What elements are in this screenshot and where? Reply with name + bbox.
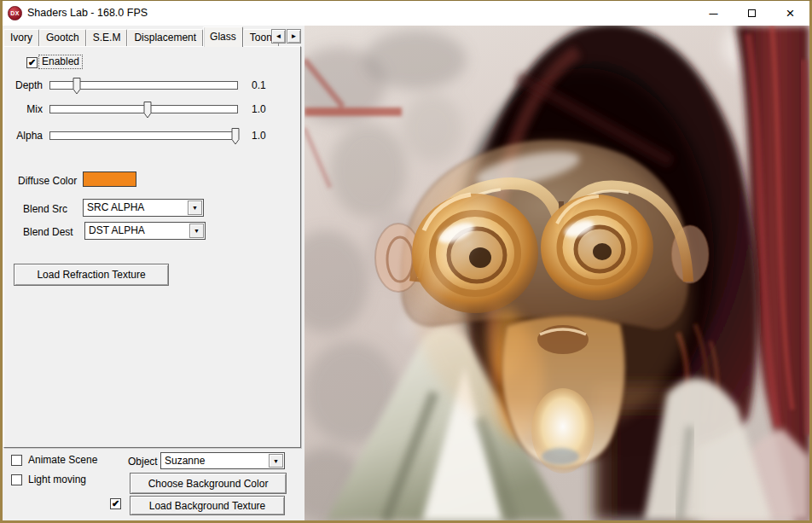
object-label: Object bbox=[128, 456, 158, 468]
blend-dest-dropdown-arrow-icon[interactable]: ▼ bbox=[189, 224, 204, 238]
blend-dest-dropdown[interactable]: DST ALPHA ▼ bbox=[84, 222, 206, 240]
depth-slider[interactable] bbox=[49, 81, 238, 90]
window-title: Shaders Lab - 168.0 FPS bbox=[27, 1, 148, 26]
render-scene bbox=[304, 26, 809, 520]
tab-strip: Ivory Gootch S.E.M Displacement Glass To… bbox=[3, 26, 279, 46]
maximize-icon bbox=[748, 9, 756, 17]
right-eye bbox=[541, 195, 653, 300]
tab-scroll-right-icon: ► bbox=[291, 32, 298, 40]
load-background-texture-button[interactable]: Load Background Texture bbox=[130, 496, 285, 515]
minimize-button[interactable]: ─ bbox=[694, 1, 733, 26]
object-value: Suzanne bbox=[165, 455, 205, 467]
close-button[interactable]: × bbox=[771, 1, 809, 26]
blend-src-label: Blend Src bbox=[23, 203, 67, 215]
tab-sem[interactable]: S.E.M bbox=[86, 29, 128, 46]
light-moving-label: Light moving bbox=[28, 474, 86, 485]
object-dropdown[interactable]: Suzanne ▼ bbox=[160, 452, 285, 469]
blend-src-dropdown-arrow-icon[interactable]: ▼ bbox=[188, 200, 202, 215]
depth-slider-thumb[interactable] bbox=[72, 78, 81, 95]
choose-background-color-label: Choose Background Color bbox=[148, 478, 269, 490]
glass-tab-page: ✔ Enabled Depth 0.1 Mix bbox=[3, 46, 301, 448]
tab-scroll-left-icon: ◄ bbox=[276, 32, 282, 40]
load-refraction-texture-button[interactable]: Load Refraction Texture bbox=[14, 264, 169, 286]
app-window: DX Shaders Lab - 168.0 FPS ─ × Ivory Goo… bbox=[0, 0, 812, 523]
tab-scroll-right-button[interactable]: ► bbox=[287, 29, 301, 44]
object-dropdown-arrow-icon[interactable]: ▼ bbox=[269, 454, 283, 468]
control-panel: Ivory Gootch S.E.M Displacement Glass To… bbox=[3, 26, 304, 520]
blend-src-dropdown[interactable]: SRC ALPHA ▼ bbox=[83, 199, 204, 217]
tab-gootch[interactable]: Gootch bbox=[39, 29, 86, 46]
mix-slider-thumb[interactable] bbox=[142, 102, 152, 119]
tab-displacement[interactable]: Displacement bbox=[127, 29, 203, 46]
maximize-button[interactable] bbox=[733, 1, 771, 26]
render-viewport[interactable] bbox=[304, 26, 809, 520]
load-refraction-texture-label: Load Refraction Texture bbox=[37, 269, 145, 281]
mix-value: 1.0 bbox=[252, 103, 266, 115]
blend-dest-label: Blend Dest bbox=[23, 226, 73, 238]
enabled-label: Enabled bbox=[39, 55, 82, 68]
mix-slider-row: Mix 1.0 bbox=[4, 101, 300, 119]
load-background-texture-checkbox[interactable]: ✔ bbox=[110, 498, 121, 509]
alpha-label: Alpha bbox=[4, 130, 43, 142]
check-icon: ✔ bbox=[112, 498, 119, 508]
light-moving-checkbox[interactable] bbox=[11, 474, 22, 485]
tab-ivory[interactable]: Ivory bbox=[3, 29, 39, 46]
minimize-icon: ─ bbox=[710, 7, 718, 20]
depth-slider-row: Depth 0.1 bbox=[4, 77, 300, 96]
blend-dest-value: DST ALPHA bbox=[89, 224, 145, 236]
choose-background-color-button[interactable]: Choose Background Color bbox=[130, 473, 287, 494]
alpha-slider[interactable] bbox=[49, 131, 238, 140]
animate-scene-label: Animate Scene bbox=[28, 454, 97, 466]
mix-slider[interactable] bbox=[49, 105, 238, 113]
diffuse-color-swatch[interactable] bbox=[83, 171, 136, 187]
alpha-slider-row: Alpha 1.0 bbox=[4, 127, 300, 146]
load-background-texture-label: Load Background Texture bbox=[149, 500, 266, 512]
title-bar[interactable]: DX Shaders Lab - 168.0 FPS ─ × bbox=[3, 1, 809, 26]
check-icon: ✔ bbox=[28, 57, 36, 67]
app-logo-icon: DX bbox=[8, 6, 22, 20]
diffuse-color-label: Diffuse Color bbox=[18, 175, 77, 187]
blend-src-value: SRC ALPHA bbox=[87, 201, 144, 213]
tab-scroll-left-button[interactable]: ◄ bbox=[271, 29, 286, 44]
alpha-value: 1.0 bbox=[252, 130, 266, 142]
enabled-checkbox[interactable]: ✔ bbox=[26, 57, 38, 68]
depth-label: Depth bbox=[4, 79, 43, 91]
alpha-slider-thumb[interactable] bbox=[230, 128, 240, 145]
mix-label: Mix bbox=[4, 103, 43, 115]
close-icon: × bbox=[786, 5, 795, 22]
animate-scene-checkbox[interactable] bbox=[11, 455, 22, 466]
tab-glass[interactable]: Glass bbox=[203, 26, 243, 47]
depth-value: 0.1 bbox=[252, 79, 266, 91]
